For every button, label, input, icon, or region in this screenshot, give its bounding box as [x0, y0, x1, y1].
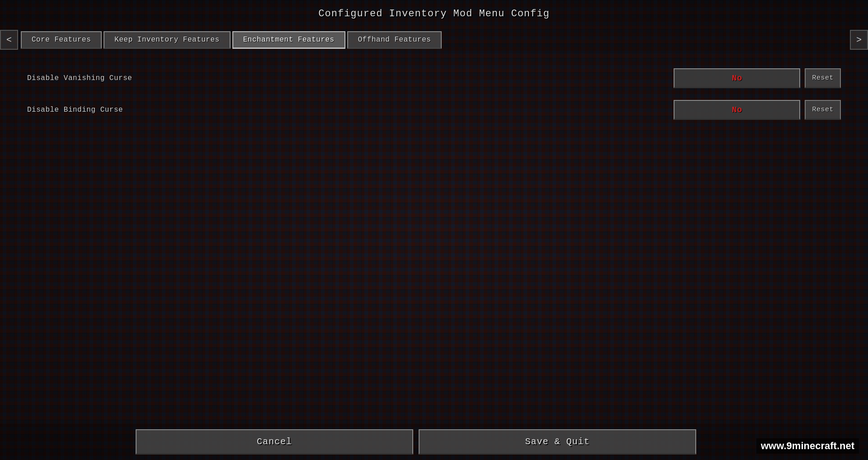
- bottom-bar: Cancel Save & Quit: [0, 424, 868, 460]
- vanishing-curse-value-button[interactable]: No: [674, 68, 800, 88]
- config-row-vanishing-curse: Disable Vanishing Curse No Reset: [27, 67, 841, 90]
- arrow-right-button[interactable]: >: [850, 30, 868, 50]
- watermark: www.9minecraft.net: [756, 438, 859, 454]
- vanishing-curse-reset-button[interactable]: Reset: [805, 68, 841, 88]
- vanishing-curse-controls: No Reset: [674, 68, 841, 88]
- tab-bar: < Core Features Keep Inventory Features …: [0, 26, 868, 53]
- tabs-container: Core Features Keep Inventory Features En…: [18, 31, 850, 49]
- binding-curse-value-button[interactable]: No: [674, 100, 800, 120]
- binding-curse-label: Disable Binding Curse: [27, 106, 674, 114]
- save-quit-button[interactable]: Save & Quit: [419, 429, 696, 455]
- vanishing-curse-label: Disable Vanishing Curse: [27, 74, 674, 82]
- page-title: Configured Inventory Mod Menu Config: [318, 8, 549, 19]
- config-row-binding-curse: Disable Binding Curse No Reset: [27, 99, 841, 121]
- watermark-suffix: .net: [837, 440, 854, 451]
- main-content: Disable Vanishing Curse No Reset Disable…: [0, 53, 868, 144]
- header: Configured Inventory Mod Menu Config: [0, 0, 868, 26]
- binding-curse-reset-button[interactable]: Reset: [805, 100, 841, 120]
- arrow-left-button[interactable]: <: [0, 30, 18, 50]
- watermark-name: 9minecraft: [787, 440, 837, 451]
- binding-curse-controls: No Reset: [674, 100, 841, 120]
- watermark-prefix: www.: [761, 440, 787, 451]
- tab-offhand-features[interactable]: Offhand Features: [347, 31, 442, 49]
- tab-enchantment-features[interactable]: Enchantment Features: [232, 31, 345, 49]
- tab-core-features[interactable]: Core Features: [21, 31, 102, 49]
- cancel-button[interactable]: Cancel: [136, 429, 413, 455]
- tab-keep-inventory-features[interactable]: Keep Inventory Features: [104, 31, 230, 49]
